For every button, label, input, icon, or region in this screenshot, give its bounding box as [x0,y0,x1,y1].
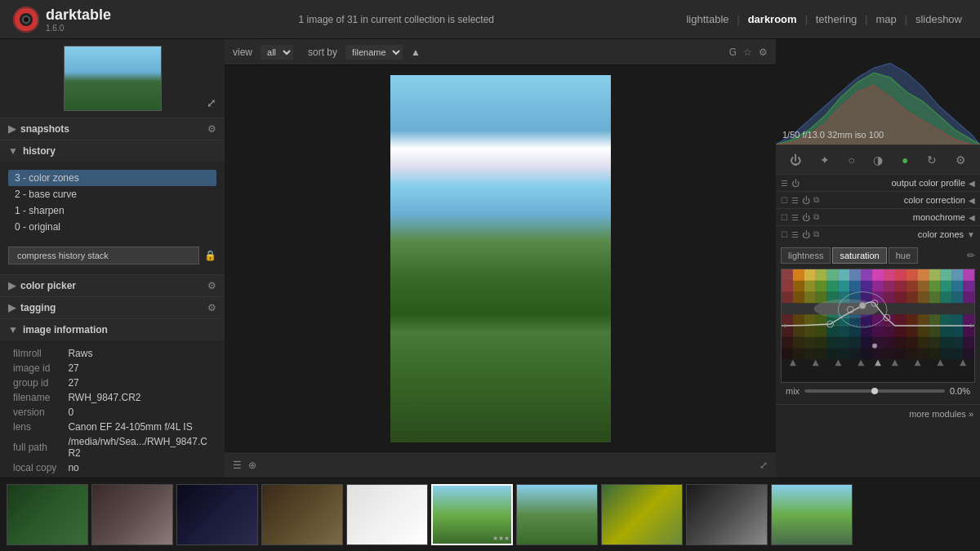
color-picker-gear-icon[interactable]: ⚙ [207,280,216,291]
pencil-icon[interactable]: ✏ [967,250,975,261]
cz-hamburger-icon[interactable]: ☰ [791,230,799,239]
cc-checkbox-icon[interactable]: ☐ [781,196,788,205]
color-zones-name[interactable]: color zones [822,229,964,239]
tagging-header[interactable]: ▶ tagging ⚙ [0,297,225,318]
circle-module-icon[interactable]: ○ [844,150,858,170]
svg-rect-95 [782,337,793,349]
hue-tab[interactable]: hue [889,247,918,264]
svg-rect-82 [827,326,839,337]
monochrome-name[interactable]: monochrome [822,212,965,222]
collection-info: 1 image of 31 in current collection is s… [299,14,494,25]
filmstrip-item-4[interactable] [346,484,428,545]
filmstrip-item-0[interactable] [7,484,88,545]
compare-icon[interactable]: ⊕ [248,460,256,471]
snapshots-gear-icon[interactable]: ⚙ [207,123,216,135]
filmstrip-item-3[interactable] [261,484,343,545]
svg-point-3 [24,17,29,22]
svg-marker-141 [858,359,864,366]
sort-direction-icon[interactable]: ▲ [411,47,421,58]
nav-map[interactable]: map [871,10,901,29]
image-info-header[interactable]: ▼ image information [0,319,225,340]
nav-lighttable[interactable]: lighttable [681,10,733,29]
settings-module-icon[interactable]: ⚙ [952,150,969,170]
star-module-icon[interactable]: ✦ [817,150,833,170]
more-modules-button[interactable]: more modules » [909,409,973,419]
more-modules-area: more modules » [776,405,980,423]
filmstrip-item-7[interactable] [601,484,683,545]
mono-copy-icon[interactable]: ⧉ [813,212,819,222]
svg-marker-145 [937,359,943,366]
module-hamburger-icon[interactable]: ☰ [781,179,788,188]
history-item-1[interactable]: 1 - sharpen [8,202,216,219]
cc-hamburger-icon[interactable]: ☰ [791,196,799,205]
nav-darkroom[interactable]: darkroom [743,10,802,29]
filmstrip-item-9[interactable] [771,484,853,545]
mono-checkbox-icon[interactable]: ☐ [781,213,788,222]
mix-slider[interactable] [804,389,945,393]
color-correction-name[interactable]: color correction [822,195,965,205]
svg-rect-57 [951,292,963,304]
compress-history-button[interactable]: compress history stack [8,247,199,264]
filter-settings-icon[interactable]: ⚙ [759,47,768,58]
svg-rect-56 [940,292,951,304]
cz-power-icon[interactable]: ⏻ [802,230,810,239]
power-module-icon[interactable]: ⏻ [786,150,804,170]
filmstrip-item-5-selected[interactable]: ★★★ [431,484,513,545]
mono-hamburger-icon[interactable]: ☰ [791,213,799,222]
snapshots-title-row: ▶ snapshots [8,123,69,135]
svg-rect-9 [793,269,804,281]
refresh-module-icon[interactable]: ↻ [924,150,940,170]
filter-heart-icon[interactable]: ☆ [743,47,752,58]
cz-checkbox-icon[interactable]: ☐ [781,230,788,239]
filmstrip-item-1[interactable] [91,484,173,545]
expand-icon[interactable]: ⤢ [207,96,216,109]
view-select[interactable]: all [261,45,293,60]
mono-power-icon[interactable]: ⏻ [802,213,810,222]
svg-rect-115 [816,349,827,360]
half-circle-module-icon[interactable]: ◑ [870,150,886,170]
info-filename: filename RWH_9847.CR2 [10,391,215,404]
svg-rect-44 [804,292,816,304]
snapshots-section: ▶ snapshots ⚙ [0,118,225,140]
history-item-3[interactable]: 3 - color zones [8,170,216,186]
menu-icon[interactable]: ☰ [233,460,242,471]
svg-rect-37 [918,281,929,292]
svg-rect-71 [895,314,906,326]
history-item-2[interactable]: 2 - base curve [8,186,216,202]
fullscreen-icon[interactable]: ⤢ [760,460,768,471]
info-fullpath-key: full path [10,435,63,460]
saturation-tab[interactable]: saturation [832,247,886,264]
snapshots-header[interactable]: ▶ snapshots ⚙ [0,118,225,140]
svg-rect-29 [827,281,839,292]
history-section: ▼ history 3 - color zones 2 - base curve… [0,140,225,275]
color-picker-header[interactable]: ▶ color picker ⚙ [0,275,225,296]
svg-rect-123 [906,349,918,360]
svg-rect-96 [793,337,804,349]
svg-rect-112 [782,349,793,360]
filter-star-icon[interactable]: G [729,47,737,58]
cc-power-icon[interactable]: ⏻ [802,196,810,205]
filmstrip-item-6[interactable] [516,484,598,545]
svg-rect-76 [951,314,963,326]
main-area: ⤢ ▶ snapshots ⚙ ▼ history 3 - [0,39,980,478]
mix-slider-thumb [871,388,878,394]
sort-select[interactable]: filename [345,45,403,60]
cz-copy-icon[interactable]: ⧉ [813,229,819,239]
info-groupid: group id 27 [10,376,215,389]
module-power-icon[interactable]: ⏻ [791,179,800,188]
tagging-gear-icon[interactable]: ⚙ [207,302,216,313]
nav-slideshow[interactable]: slideshow [911,10,967,29]
image-info-content: filmroll Raws image id 27 group id 27 fi… [0,340,225,478]
color-module-icon[interactable]: ● [898,150,911,170]
main-photo [390,75,611,442]
output-color-profile-name[interactable]: output color profile [803,178,965,188]
history-header[interactable]: ▼ history [0,140,225,162]
lightness-tab[interactable]: lightness [781,247,831,264]
svg-rect-98 [816,337,827,349]
filmstrip-item-8[interactable] [686,484,768,545]
filmstrip-item-2[interactable] [176,484,258,545]
history-item-0[interactable]: 0 - original [8,219,216,235]
cc-copy-icon[interactable]: ⧉ [813,195,819,205]
svg-rect-30 [838,281,849,292]
nav-tethering[interactable]: tethering [811,10,862,29]
